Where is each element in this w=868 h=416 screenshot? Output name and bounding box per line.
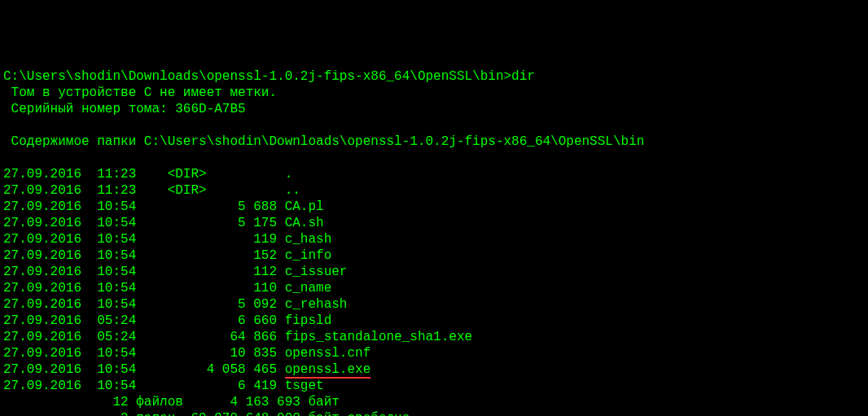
directory-row: 27.09.2016 10:54 5 688 CA.pl bbox=[3, 199, 865, 215]
summary-files-line: 12 файлов 4 163 693 байт bbox=[3, 394, 865, 410]
directory-listing: 27.09.2016 11:23 <DIR> .27.09.2016 11:23… bbox=[3, 166, 865, 361]
terminal-output: C:\Users\shodin\Downloads\openssl-1.0.2j… bbox=[3, 68, 865, 416]
blank-line bbox=[3, 117, 865, 134]
directory-row: 27.09.2016 10:54 5 092 c_rehash bbox=[3, 296, 865, 313]
directory-row: 27.09.2016 11:23 <DIR> . bbox=[3, 166, 865, 182]
serial-number-line: Серийный номер тома: 366D-A7B5 bbox=[3, 101, 865, 117]
row-prefix: 27.09.2016 10:54 4 058 465 bbox=[3, 362, 285, 377]
directory-row: 27.09.2016 10:54 5 175 CA.sh bbox=[3, 215, 865, 231]
command-text: dir bbox=[511, 69, 535, 84]
directory-row: 27.09.2016 10:54 119 c_hash bbox=[3, 231, 865, 247]
blank-line bbox=[3, 150, 865, 166]
directory-listing-after: 27.09.2016 10:54 6 419 tsget bbox=[3, 378, 865, 394]
prompt-line-1[interactable]: C:\Users\shodin\Downloads\openssl-1.0.2j… bbox=[3, 68, 865, 85]
highlighted-filename: openssl.exe bbox=[285, 362, 371, 377]
summary-folders-line: 2 папок 69 979 648 000 байт свободно bbox=[3, 410, 865, 416]
prompt-path: C:\Users\shodin\Downloads\openssl-1.0.2j… bbox=[3, 69, 511, 84]
directory-row-highlighted: 27.09.2016 10:54 4 058 465 openssl.exe bbox=[3, 361, 865, 378]
directory-row: 27.09.2016 11:23 <DIR> .. bbox=[3, 182, 865, 199]
content-header-line: Содержимое папки C:\Users\shodin\Downloa… bbox=[3, 134, 865, 150]
directory-row: 27.09.2016 10:54 6 419 tsget bbox=[3, 378, 865, 394]
directory-row: 27.09.2016 05:24 64 866 fips_standalone_… bbox=[3, 329, 865, 345]
directory-row: 27.09.2016 10:54 152 c_info bbox=[3, 247, 865, 264]
volume-label-line: Том в устройстве C не имеет метки. bbox=[3, 85, 865, 101]
directory-row: 27.09.2016 10:54 110 c_name bbox=[3, 280, 865, 296]
directory-row: 27.09.2016 10:54 112 c_issuer bbox=[3, 264, 865, 280]
directory-row: 27.09.2016 05:24 6 660 fipsld bbox=[3, 313, 865, 329]
directory-row: 27.09.2016 10:54 10 835 openssl.cnf bbox=[3, 345, 865, 361]
